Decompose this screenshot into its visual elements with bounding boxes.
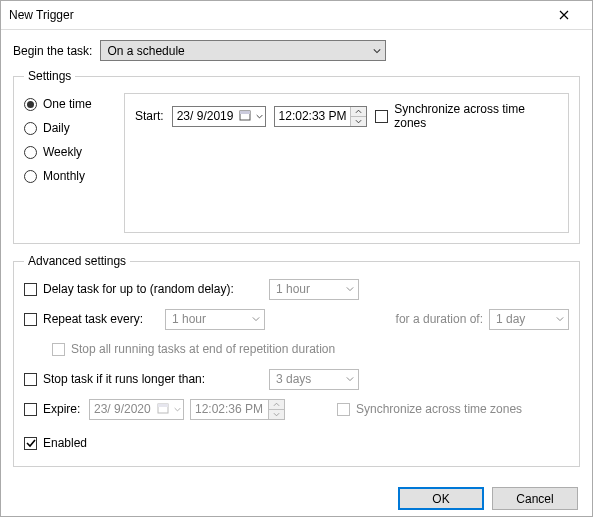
expire-sync-checkbox xyxy=(337,403,350,416)
radio-label: Weekly xyxy=(43,145,82,159)
expire-sync-label: Synchronize across time zones xyxy=(356,402,522,416)
advanced-fieldset: Advanced settings Delay task for up to (… xyxy=(13,254,580,467)
chevron-down-icon xyxy=(556,315,564,323)
expire-time-input[interactable]: 12:02:36 PM xyxy=(190,399,285,420)
begin-task-label: Begin the task: xyxy=(13,44,92,58)
cancel-button[interactable]: Cancel xyxy=(492,487,578,510)
delay-row: Delay task for up to (random delay): 1 h… xyxy=(24,278,569,300)
dialog-footer: OK Cancel xyxy=(1,477,592,517)
delay-value: 1 hour xyxy=(276,282,310,296)
stop-if-label: Stop task if it runs longer than: xyxy=(43,372,263,386)
new-trigger-dialog: New Trigger Begin the task: On a schedul… xyxy=(0,0,593,517)
enabled-checkbox[interactable] xyxy=(24,437,37,450)
frequency-group: One time Daily Weekly Monthly xyxy=(24,93,124,233)
delay-label: Delay task for up to (random delay): xyxy=(43,282,263,296)
stop-all-checkbox xyxy=(52,343,65,356)
stop-all-label: Stop all running tasks at end of repetit… xyxy=(71,342,335,356)
chevron-down-icon xyxy=(256,113,263,120)
repeat-checkbox[interactable] xyxy=(24,313,37,326)
start-label: Start: xyxy=(135,109,164,123)
close-icon xyxy=(559,10,569,20)
ok-button[interactable]: OK xyxy=(398,487,484,510)
settings-legend: Settings xyxy=(24,69,75,83)
radio-icon xyxy=(24,170,37,183)
close-button[interactable] xyxy=(544,1,584,29)
advanced-legend: Advanced settings xyxy=(24,254,130,268)
chevron-down-icon xyxy=(252,315,260,323)
svg-rect-3 xyxy=(158,404,168,407)
radio-daily[interactable]: Daily xyxy=(24,121,124,135)
radio-label: Monthly xyxy=(43,169,85,183)
repeat-select[interactable]: 1 hour xyxy=(165,309,265,330)
expire-date-input[interactable]: 23/ 9/2020 xyxy=(89,399,184,420)
ok-label: OK xyxy=(432,492,449,506)
stop-if-row: Stop task if it runs longer than: 3 days xyxy=(24,368,569,390)
chevron-down-icon xyxy=(373,47,381,55)
enabled-row: Enabled xyxy=(24,432,569,454)
expire-checkbox[interactable] xyxy=(24,403,37,416)
time-spinner xyxy=(268,400,284,419)
dialog-content: Begin the task: On a schedule Settings O… xyxy=(1,30,592,477)
radio-icon xyxy=(24,146,37,159)
begin-task-value: On a schedule xyxy=(107,44,184,58)
start-time-value: 12:02:33 PM xyxy=(279,109,351,123)
radio-label: Daily xyxy=(43,121,70,135)
stop-if-select[interactable]: 3 days xyxy=(269,369,359,390)
chevron-down-icon xyxy=(174,406,181,413)
settings-fieldset: Settings One time Daily Weekly xyxy=(13,69,580,244)
spin-down[interactable] xyxy=(269,410,284,419)
sync-timezone-checkbox[interactable] xyxy=(375,110,388,123)
begin-row: Begin the task: On a schedule xyxy=(13,40,580,61)
radio-weekly[interactable]: Weekly xyxy=(24,145,124,159)
expire-date-value: 23/ 9/2020 xyxy=(94,402,156,416)
time-spinner xyxy=(350,107,366,126)
radio-label: One time xyxy=(43,97,92,111)
spin-up[interactable] xyxy=(351,107,366,117)
check-icon xyxy=(26,438,36,448)
duration-select[interactable]: 1 day xyxy=(489,309,569,330)
radio-icon xyxy=(24,98,37,111)
stop-if-checkbox[interactable] xyxy=(24,373,37,386)
repeat-value: 1 hour xyxy=(172,312,206,326)
schedule-panel: Start: 23/ 9/2019 12:02:33 PM xyxy=(124,93,569,233)
window-title: New Trigger xyxy=(9,8,74,22)
cancel-label: Cancel xyxy=(516,492,553,506)
repeat-label: Repeat task every: xyxy=(43,312,159,326)
delay-select[interactable]: 1 hour xyxy=(269,279,359,300)
expire-time-value: 12:02:36 PM xyxy=(195,402,268,416)
enabled-label: Enabled xyxy=(43,436,87,450)
chevron-down-icon xyxy=(346,285,354,293)
duration-value: 1 day xyxy=(496,312,525,326)
radio-one-time[interactable]: One time xyxy=(24,97,124,111)
start-date-value: 23/ 9/2019 xyxy=(177,109,238,123)
sync-timezone-label: Synchronize across time zones xyxy=(394,102,558,130)
chevron-down-icon xyxy=(346,375,354,383)
repeat-row: Repeat task every: 1 hour for a duration… xyxy=(24,308,569,330)
start-date-input[interactable]: 23/ 9/2019 xyxy=(172,106,266,127)
svg-rect-1 xyxy=(240,111,250,114)
stop-if-value: 3 days xyxy=(276,372,311,386)
calendar-dropdown-icon[interactable] xyxy=(238,109,254,123)
start-time-input[interactable]: 12:02:33 PM xyxy=(274,106,368,127)
radio-monthly[interactable]: Monthly xyxy=(24,169,124,183)
radio-icon xyxy=(24,122,37,135)
expire-row: Expire: 23/ 9/2020 12:02:36 PM xyxy=(24,398,569,420)
spin-down[interactable] xyxy=(351,117,366,126)
titlebar: New Trigger xyxy=(1,1,592,30)
calendar-dropdown-icon[interactable] xyxy=(156,402,172,416)
spin-up[interactable] xyxy=(269,400,284,410)
duration-label: for a duration of: xyxy=(396,312,483,326)
stop-all-row: Stop all running tasks at end of repetit… xyxy=(52,338,569,360)
delay-checkbox[interactable] xyxy=(24,283,37,296)
begin-task-combo[interactable]: On a schedule xyxy=(100,40,386,61)
expire-label: Expire: xyxy=(43,402,83,416)
sync-timezone-row: Synchronize across time zones xyxy=(375,102,558,130)
